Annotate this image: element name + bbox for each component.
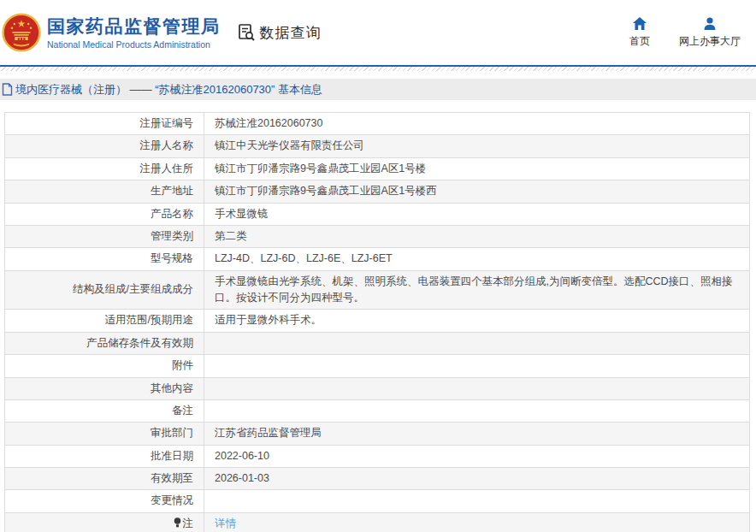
row-value xyxy=(204,377,750,399)
row-value xyxy=(204,355,750,377)
detail-link[interactable]: 详情 xyxy=(215,517,236,529)
row-label: 注册人名称 xyxy=(5,135,204,157)
national-emblem-icon xyxy=(2,13,41,52)
row-value: 适用于显微外科手术。 xyxy=(204,310,750,332)
table-row: 适用范围/预期用途适用于显微外科手术。 xyxy=(5,310,750,332)
nav-online-hall-label: 网上办事大厅 xyxy=(679,34,741,49)
row-value xyxy=(204,490,750,512)
row-label: 注册证编号 xyxy=(5,113,204,135)
nav-home-label: 首页 xyxy=(629,34,650,49)
row-label: 生产地址 xyxy=(5,180,204,203)
table-row: 管理类别第二类 xyxy=(5,225,750,247)
row-value: 手术显微镜由光学系统、机架、照明系统、电器装置四个基本部分组成,为间断变倍型。选… xyxy=(204,270,750,310)
table-row: 其他内容 xyxy=(5,377,750,399)
agency-logo[interactable]: 国家药品监督管理局 National Medical Products Admi… xyxy=(2,13,221,52)
row-value: 详情 xyxy=(204,512,750,532)
row-value: 镇江市丁卯潘宗路9号鑫鼎茂工业园A区1号楼 xyxy=(204,157,750,180)
row-label: 管理类别 xyxy=(5,225,204,247)
row-value: 第二类 xyxy=(204,225,750,247)
table-row: 结构及组成/主要组成成分手术显微镜由光学系统、机架、照明系统、电器装置四个基本部… xyxy=(5,270,750,310)
home-icon xyxy=(632,16,647,31)
data-query-tab[interactable]: 数据查询 xyxy=(236,22,322,43)
row-label: 有效期至 xyxy=(5,468,204,490)
table-row: 注详情 xyxy=(5,512,750,532)
table-row: 注册人名称镇江中天光学仪器有限责任公司 xyxy=(5,135,750,157)
row-label: 审批部门 xyxy=(5,423,204,445)
row-label: 注 xyxy=(5,512,204,532)
site-header: 国家药品监督管理局 National Medical Products Admi… xyxy=(0,0,756,67)
table-row: 产品名称手术显微镜 xyxy=(5,203,750,225)
breadcrumb: 境内医疗器械（注册） —— “苏械注准20162060730” 基本信息 xyxy=(0,79,756,100)
data-query-label: 数据查询 xyxy=(260,23,322,43)
table-row: 注册证编号苏械注准20162060730 xyxy=(5,113,750,135)
row-value: 2026-01-03 xyxy=(204,468,750,490)
agency-subtitle: National Medical Products Administration xyxy=(47,39,221,50)
nav-online-hall[interactable]: 网上办事大厅 xyxy=(679,16,741,49)
table-row: 审批部门江苏省药品监督管理局 xyxy=(5,423,750,445)
row-value: 江苏省药品监督管理局 xyxy=(204,423,750,445)
row-value: 苏械注准20162060730 xyxy=(204,113,750,135)
row-label: 型号规格 xyxy=(5,248,204,270)
document-search-icon xyxy=(236,22,257,43)
row-label: 适用范围/预期用途 xyxy=(5,310,204,332)
row-label: 注册人住所 xyxy=(5,157,204,180)
row-value: 手术显微镜 xyxy=(204,203,750,225)
header-nav: 首页 网上办事大厅 xyxy=(629,16,741,49)
table-row: 注册人住所镇江市丁卯潘宗路9号鑫鼎茂工业园A区1号楼 xyxy=(5,157,750,180)
nav-home[interactable]: 首页 xyxy=(629,16,650,49)
table-row: 备注 xyxy=(5,399,750,422)
row-label: 产品名称 xyxy=(5,203,204,225)
row-value: 镇江中天光学仪器有限责任公司 xyxy=(204,135,750,157)
table-row: 型号规格LZJ-4D、LZJ-6D、LZJ-6E、LZJ-6ET xyxy=(5,248,750,270)
header-divider xyxy=(0,67,756,71)
row-value: 2022-06-10 xyxy=(204,445,750,467)
row-label: 备注 xyxy=(5,399,204,422)
row-label: 变更情况 xyxy=(5,490,204,512)
registration-info-table: 注册证编号苏械注准20162060730注册人名称镇江中天光学仪器有限责任公司注… xyxy=(4,112,750,532)
table-row: 变更情况 xyxy=(5,490,750,512)
table-row: 批准日期2022-06-10 xyxy=(5,445,750,467)
agency-title: 国家药品监督管理局 xyxy=(47,15,221,38)
user-icon xyxy=(702,16,718,31)
document-icon xyxy=(2,83,13,96)
row-value xyxy=(204,399,750,422)
row-label: 其他内容 xyxy=(5,377,204,399)
table-row: 有效期至2026-01-03 xyxy=(5,468,750,490)
breadcrumb-text: 境内医疗器械（注册） —— “苏械注准20162060730” 基本信息 xyxy=(15,82,322,98)
bulb-icon xyxy=(174,517,181,528)
table-row: 产品储存条件及有效期 xyxy=(5,332,750,354)
row-value xyxy=(204,332,750,354)
row-value: 镇江市丁卯潘宗路9号鑫鼎茂工业园A区1号楼西 xyxy=(204,180,750,203)
table-row: 生产地址镇江市丁卯潘宗路9号鑫鼎茂工业园A区1号楼西 xyxy=(5,180,750,203)
row-label: 产品储存条件及有效期 xyxy=(5,332,204,354)
row-label: 附件 xyxy=(5,355,204,377)
row-label: 结构及组成/主要组成成分 xyxy=(5,270,204,310)
table-row: 附件 xyxy=(5,355,750,377)
row-label: 批准日期 xyxy=(5,445,204,467)
row-value: LZJ-4D、LZJ-6D、LZJ-6E、LZJ-6ET xyxy=(204,248,750,270)
